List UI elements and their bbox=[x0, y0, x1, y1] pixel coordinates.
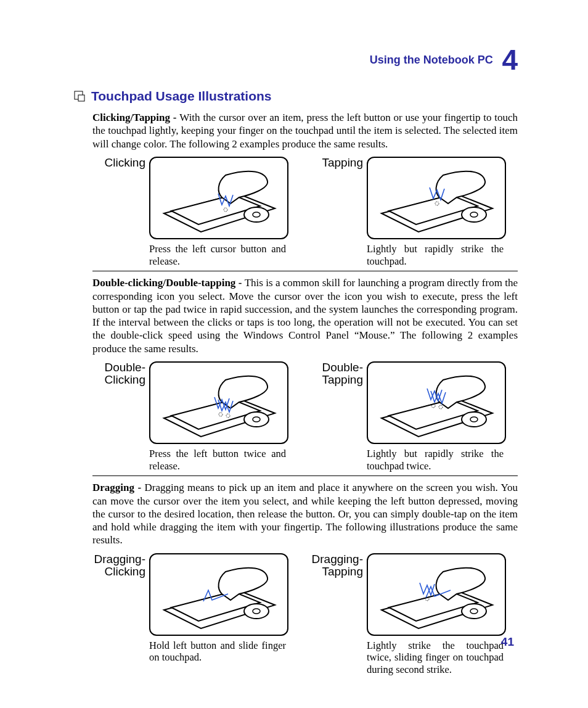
label-double-tapping: Double-Tapping bbox=[310, 361, 367, 386]
figure-dragging-tapping bbox=[367, 553, 506, 636]
para-click: Clicking/Tapping - With the cursor over … bbox=[92, 111, 518, 150]
caption-tapping: Lightly but rapidly strike the touchpad. bbox=[367, 243, 504, 268]
para-dragging: Dragging - Dragging means to pick up an … bbox=[92, 481, 518, 546]
caption-dragging-clicking: Hold left button and slide finger on tou… bbox=[149, 640, 286, 664]
label-dragging-tapping: Dragging-Tapping bbox=[310, 553, 367, 578]
figure-clicking bbox=[149, 157, 288, 239]
running-header: Using the Notebook PC 4 bbox=[74, 43, 518, 76]
chapter-number: 4 bbox=[496, 44, 518, 76]
section-bullet-icon bbox=[74, 91, 85, 102]
page-number: 41 bbox=[501, 635, 514, 649]
figure-dragging-clicking bbox=[149, 553, 288, 636]
figure-double-tapping bbox=[367, 361, 506, 444]
caption-clicking: Press the left cursor button and release… bbox=[149, 243, 286, 268]
svg-rect-6 bbox=[78, 95, 84, 101]
caption-dragging-tapping: Lightly strike the touchpad twice, slidi… bbox=[367, 640, 504, 676]
section-title: Touchpad Usage Illustrations bbox=[91, 89, 271, 104]
caption-double-tapping: Lightly but rapidly strike the touchpad … bbox=[367, 448, 504, 472]
chapter-label: Using the Notebook PC bbox=[370, 54, 493, 66]
label-tapping: Tapping bbox=[310, 157, 367, 169]
para-doubleclick: Double-clicking/Double-tapping - This is… bbox=[92, 276, 518, 355]
label-double-clicking: Double-Clicking bbox=[92, 361, 149, 386]
divider bbox=[92, 271, 518, 271]
caption-double-clicking: Press the left button twice and release. bbox=[149, 448, 286, 472]
figure-double-clicking bbox=[149, 361, 288, 444]
figure-tapping bbox=[367, 157, 506, 239]
label-dragging-clicking: Dragging-Clicking bbox=[92, 553, 149, 578]
label-clicking: Clicking bbox=[92, 157, 149, 169]
divider bbox=[92, 475, 518, 476]
